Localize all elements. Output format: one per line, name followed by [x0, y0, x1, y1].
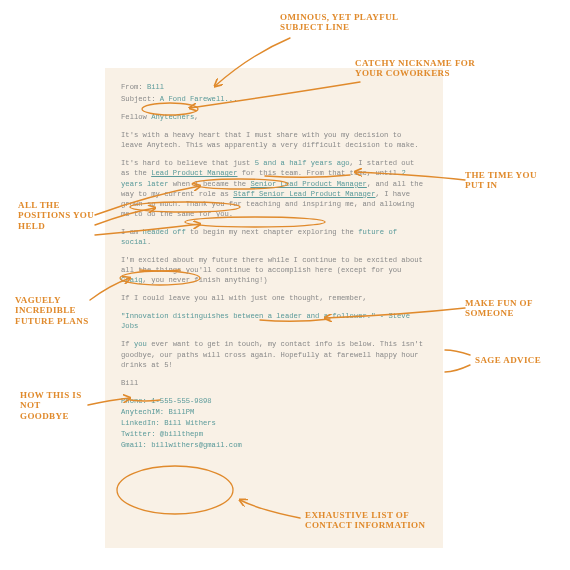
contact-phone: Phone: 1-555-555-9898: [121, 396, 427, 406]
contact-linkedin: LinkedIn: Bill Withers: [121, 418, 427, 428]
subject-value: A Fond Farewell...: [160, 95, 238, 103]
ann-sage: SAGE ADVICE: [475, 355, 555, 365]
greeting-nickname: Anytechers: [151, 113, 194, 121]
p3b: to begin my next chapter exploring the: [186, 228, 359, 236]
p2-pos1: Lead Product Manager: [151, 169, 237, 177]
p4-name: Craig: [121, 276, 143, 284]
p2d: when I became the: [168, 180, 250, 188]
p3a: I am: [121, 228, 143, 236]
para-4: I'm excited about my future there while …: [121, 255, 427, 285]
quote: "Innovation distinguishes between a lead…: [121, 311, 427, 331]
from-label: From:: [121, 83, 143, 91]
email-body: From: Bill Subject: A Fond Farewell... F…: [105, 68, 443, 548]
subject-label: Subject:: [121, 95, 156, 103]
p3c: .: [147, 238, 151, 246]
ann-future: VAGUELY INCREDIBLE FUTURE PLANS: [15, 295, 100, 326]
para-6: If you ever want to get in touch, my con…: [121, 339, 427, 369]
p6a: If: [121, 340, 134, 348]
contact-im: AnytechIM: BillPM: [121, 407, 427, 417]
ann-nickname: CATCHY NICKNAME FOR YOUR COWORKERS: [355, 58, 495, 79]
ann-contacts: EXHAUSTIVE LIST OF CONTACT INFORMATION: [305, 510, 445, 531]
p6-you: you: [134, 340, 147, 348]
greeting-suffix: ,: [194, 113, 198, 121]
p4a: I'm excited about my future there while …: [121, 256, 423, 274]
ann-notgoodbye: HOW THIS IS NOT GOODBYE: [20, 390, 90, 421]
greeting: Fellow Anytechers,: [121, 112, 427, 122]
greeting-prefix: Fellow: [121, 113, 151, 121]
ann-makefun: MAKE FUN OF SOMEONE: [465, 298, 555, 319]
p2-pos2: Senior Lead Product Manager: [250, 180, 366, 188]
para-3: I am headed off to begin my next chapter…: [121, 227, 427, 247]
ann-time: THE TIME YOU PUT IN: [465, 170, 555, 191]
contact-gmail: Gmail: billwithers@gmail.com: [121, 440, 427, 450]
ann-positions: ALL THE POSITIONS YOU HELD: [18, 200, 98, 231]
ann-subject: OMINOUS, YET PLAYFUL SUBJECT LINE: [280, 12, 410, 33]
signoff: Bill: [121, 378, 427, 388]
p4b: , you never finish anything!): [143, 276, 268, 284]
para-5: If I could leave you all with just one t…: [121, 293, 427, 303]
para-2: It's hard to believe that just 5 and a h…: [121, 158, 427, 218]
contact-twitter: Twitter: @billthepm: [121, 429, 427, 439]
p3-head: headed off: [143, 228, 186, 236]
p6b: ever want to get in touch, my contact in…: [121, 340, 423, 368]
from-line: From: Bill: [121, 82, 427, 92]
p2-time: 5 and a half years ago: [255, 159, 350, 167]
signature-block: Phone: 1-555-555-9898 AnytechIM: BillPM …: [121, 396, 427, 450]
p2c: for this team. From that time, until: [237, 169, 401, 177]
from-value: Bill: [147, 83, 164, 91]
subject-line: Subject: A Fond Farewell...: [121, 94, 427, 104]
p2a: It's hard to believe that just: [121, 159, 255, 167]
para-1: It's with a heavy heart that I must shar…: [121, 130, 427, 150]
p2-pos3: Staff Senior Lead Product Manager: [233, 190, 375, 198]
